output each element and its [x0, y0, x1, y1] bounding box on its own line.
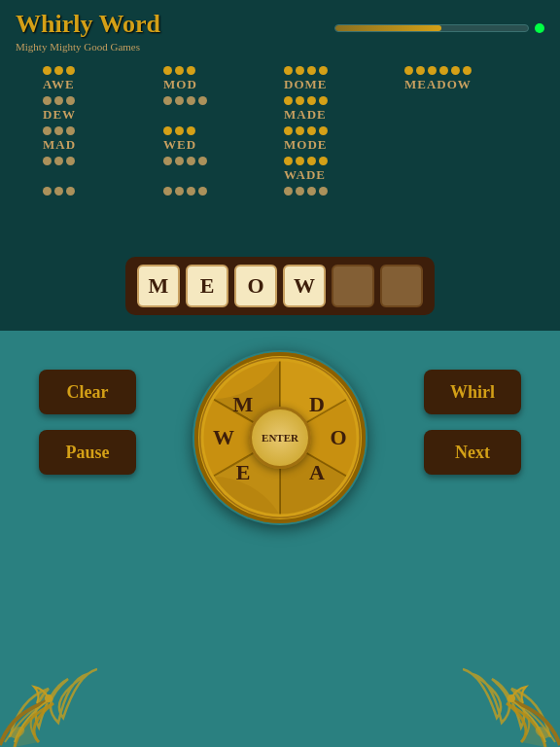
next-button[interactable]: Next [424, 430, 521, 475]
progress-bar-fill [335, 25, 441, 31]
wheel-center-button[interactable]: ENTER [249, 407, 311, 469]
letter-tile-3[interactable]: W [283, 265, 326, 307]
bottom-section: Clear Pause Whirl Next [0, 331, 560, 747]
letter-display-container: M E O W [125, 257, 435, 315]
svg-text:A: A [309, 460, 325, 484]
word-grid: AWE MOD DOME MEADOW DEW MADE [0, 56, 560, 207]
buttons-left: Clear Pause [39, 370, 136, 475]
wheel-container: M D O A E W ENTER [192, 350, 368, 525]
corner-left-decoration [0, 659, 97, 747]
word-blank5 [159, 155, 280, 185]
word-made: MADE [280, 94, 401, 124]
letter-tile-2[interactable]: O [234, 265, 277, 307]
word-dew: DEW [39, 94, 159, 124]
svg-text:E: E [236, 460, 251, 484]
header: Whirly Word Mighty Mighty Good Games [0, 0, 560, 53]
word-blank1 [159, 94, 280, 124]
clear-button[interactable]: Clear [39, 370, 136, 414]
word-wed: WED [159, 124, 280, 155]
progress-bar-bg [334, 24, 529, 32]
word-meadow: MEADOW [401, 64, 521, 94]
svg-text:W: W [213, 425, 234, 449]
word-blank8 [159, 185, 280, 199]
word-wade: WADE [280, 155, 401, 185]
word-blank3 [401, 124, 521, 155]
progress-dot [535, 23, 544, 33]
letter-tile-0[interactable]: M [137, 265, 180, 307]
pause-button[interactable]: Pause [39, 430, 136, 475]
app-title: Whirly Word [16, 10, 160, 39]
letter-display: M E O W [125, 257, 435, 315]
whirl-button[interactable]: Whirl [424, 370, 521, 414]
word-mod: MOD [159, 64, 280, 94]
word-mode: MODE [280, 124, 401, 155]
buttons-right: Whirl Next [424, 370, 521, 475]
letter-tile-5 [380, 265, 423, 307]
word-awe: AWE [39, 64, 159, 94]
corner-right-decoration [463, 659, 560, 747]
svg-text:D: D [309, 392, 325, 416]
letter-tile-4 [332, 265, 374, 307]
word-dome: DOME [280, 64, 401, 94]
svg-text:M: M [233, 392, 254, 416]
app-subtitle: Mighty Mighty Good Games [16, 41, 160, 53]
word-blank2 [401, 94, 521, 124]
word-blank6 [401, 155, 521, 185]
letter-tile-1[interactable]: E [186, 265, 228, 307]
wheel: M D O A E W ENTER [192, 350, 368, 525]
word-blank7 [39, 185, 159, 199]
word-blank4 [39, 155, 159, 185]
progress-bar-container [334, 23, 544, 33]
title-block: Whirly Word Mighty Mighty Good Games [16, 10, 160, 53]
top-section: Whirly Word Mighty Mighty Good Games AWE… [0, 0, 560, 331]
word-mad: MAD [39, 124, 159, 155]
svg-text:O: O [330, 425, 346, 449]
word-blank9 [280, 185, 401, 199]
